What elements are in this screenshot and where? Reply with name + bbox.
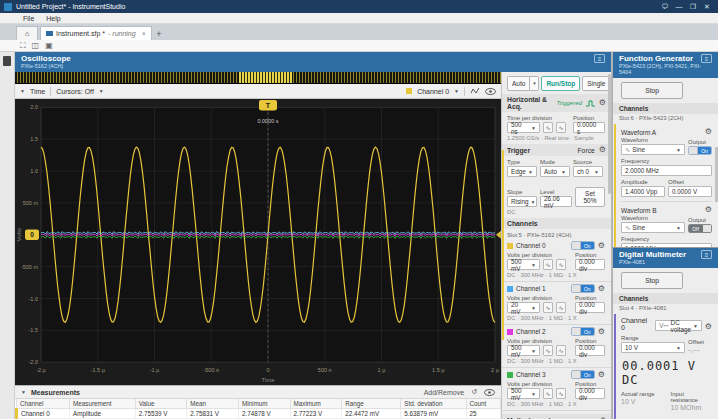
dmm-range-dropdown[interactable]: 10 V▼ <box>621 342 685 353</box>
scale-to-fit-icon[interactable] <box>470 87 480 95</box>
feedback-icon[interactable]: 🗩 <box>658 3 672 10</box>
dmm-gear-icon[interactable]: ⚙ <box>705 323 712 331</box>
vpd-dropdown[interactable]: 20 mV▼ <box>507 302 540 313</box>
channel-gear-icon[interactable]: ⚙ <box>598 285 605 293</box>
dmm-menu-icon[interactable]: ≡ <box>701 250 712 259</box>
collapse-chevron-icon[interactable]: ▼ <box>20 88 25 94</box>
channel-position-field[interactable]: 0.000 div <box>575 302 605 313</box>
scale-up-icon[interactable]: ∿ <box>556 259 566 270</box>
output-toggle[interactable]: Off <box>688 224 712 233</box>
scale-down-icon[interactable]: ∿ <box>543 345 553 356</box>
graph-channel-dropdown[interactable]: Channel 0 <box>417 88 449 95</box>
measurements-column-header[interactable]: Count <box>466 399 500 409</box>
tab-home[interactable]: ⌂ <box>16 26 38 40</box>
table-row[interactable]: Channel 0Amplitude2.75539 V2.75831 V2.74… <box>17 409 501 419</box>
channel-on-toggle[interactable]: On <box>571 370 595 379</box>
measurements-column-header[interactable]: Channel <box>17 399 70 409</box>
scale-down-icon[interactable]: ∿ <box>543 259 553 270</box>
acquisition-preview-ruler[interactable] <box>15 72 501 84</box>
auto-button[interactable]: Auto <box>507 76 530 91</box>
run-stop-button[interactable]: Run/Stop <box>541 76 580 91</box>
channel-position-field[interactable]: 0.000 div <box>575 259 605 270</box>
frequency-field[interactable]: 2.0000 MHz <box>621 165 712 176</box>
fullscreen-icon[interactable]: ⛶ <box>20 42 26 50</box>
channel-caret-icon[interactable]: ▼ <box>454 88 459 94</box>
waveform-gear-icon[interactable]: ⚙ <box>705 128 712 136</box>
channel-caption: DC · 300 MHz · 1 MΩ · 1 X <box>507 315 605 321</box>
minimize-button[interactable]: — <box>672 3 686 10</box>
level-field[interactable]: 26.06 mV <box>540 196 572 207</box>
output-toggle[interactable]: On <box>688 146 712 155</box>
measurements-column-header[interactable]: Measurement <box>70 399 136 409</box>
slope-dropdown[interactable]: Rising▼ <box>507 196 537 207</box>
fgen-menu-icon[interactable]: ≡ <box>701 54 712 63</box>
scale-up-icon[interactable]: ∿ <box>556 345 566 356</box>
add-remove-button[interactable]: Add/Remove <box>424 389 464 396</box>
trigger-source-dropdown[interactable]: ch 0▼ <box>573 166 603 177</box>
trigger-type-dropdown[interactable]: Edge▼ <box>507 166 537 177</box>
auto-setup-split-button[interactable]: Auto ▼ <box>507 76 539 91</box>
layout-grid-icon[interactable]: ▣ <box>45 42 53 50</box>
new-tab-button[interactable]: + <box>152 27 166 40</box>
measurements-column-header[interactable]: Std. deviation <box>401 399 466 409</box>
cursors-caret-icon[interactable]: ▼ <box>99 88 104 94</box>
layout-split-icon[interactable]: ◫ <box>32 42 40 50</box>
trigger-gear-icon[interactable]: ⚙ <box>599 146 606 154</box>
measurements-column-header[interactable]: Mean <box>187 399 239 409</box>
vpd-dropdown[interactable]: 500 mV▼ <box>507 259 540 270</box>
scale-down-icon[interactable]: ∿ <box>543 302 553 313</box>
zoom-out-wave-icon[interactable]: ∿ <box>543 122 553 133</box>
channel-gear-icon[interactable]: ⚙ <box>598 242 605 250</box>
view-mode-label[interactable]: Time <box>30 88 45 95</box>
dmm-stop-button[interactable]: Stop <box>621 272 683 289</box>
close-button[interactable]: ✕ <box>700 3 714 11</box>
measurements-column-header[interactable]: Maximum <box>290 399 342 409</box>
tab-close-icon[interactable]: × <box>142 30 146 37</box>
channel-position-field[interactable]: 0.000 div <box>575 345 605 356</box>
waveform-gear-icon[interactable]: ⚙ <box>705 206 712 214</box>
amplitude-field[interactable]: 1.4000 Vpp <box>621 186 665 197</box>
trigger-mode-dropdown[interactable]: Auto▼ <box>540 166 570 177</box>
scale-up-icon[interactable]: ∿ <box>556 388 566 399</box>
channel-position-field[interactable]: 0.000 div <box>575 388 605 399</box>
settings-scrollbar[interactable] <box>608 74 611 194</box>
channel-on-toggle[interactable]: On <box>571 241 595 250</box>
auto-caret-icon[interactable]: ▼ <box>530 76 539 91</box>
channel-on-toggle[interactable]: On <box>571 284 595 293</box>
waveform-graph[interactable]: -2 µ-1.5 µ-1 µ-500 n0500 n1 µ1.5 µ2 µ2.0… <box>15 99 501 385</box>
vpd-dropdown[interactable]: 500 mV▼ <box>507 345 540 356</box>
waveform-type-dropdown[interactable]: ∿Sine▼ <box>621 144 685 155</box>
channel-gear-icon[interactable]: ⚙ <box>598 371 605 379</box>
menu-help[interactable]: Help <box>41 15 65 22</box>
single-button[interactable]: Single <box>582 76 610 91</box>
measurements-column-header[interactable]: Value <box>135 399 187 409</box>
waveform-type-dropdown[interactable]: ∿Sine▼ <box>621 222 685 233</box>
channel-gear-icon[interactable]: ⚙ <box>598 328 605 336</box>
cursors-dropdown[interactable]: Cursors: Off <box>56 88 94 95</box>
acquisition-window-highlight[interactable] <box>239 72 292 83</box>
tpd-dropdown[interactable]: 500 ns▼ <box>507 122 540 133</box>
scale-down-icon[interactable]: ∿ <box>543 388 553 399</box>
project-files-icon[interactable] <box>3 56 11 66</box>
visibility-eye-icon[interactable] <box>485 88 496 95</box>
tab-instrument[interactable]: Instrument.sfp * - running × <box>40 26 152 40</box>
offset-field[interactable]: 0.0000 V <box>668 186 712 197</box>
dmm-mode-dropdown[interactable]: V⎓DC voltage▼ <box>655 320 701 331</box>
force-trigger-button[interactable]: Force <box>577 147 594 154</box>
measurements-column-header[interactable]: Range <box>342 399 401 409</box>
zoom-in-wave-icon[interactable]: ∿ <box>556 122 566 133</box>
channel-on-toggle[interactable]: On <box>571 327 595 336</box>
horizontal-gear-icon[interactable]: ⚙ <box>599 99 606 107</box>
vpd-dropdown[interactable]: 500 mV▼ <box>507 388 540 399</box>
h-position-field[interactable]: 0.0000 s <box>573 122 605 133</box>
fgen-stop-button[interactable]: Stop <box>621 82 683 99</box>
menu-file[interactable]: File <box>18 15 39 22</box>
panel-menu-icon[interactable]: ≡ <box>594 54 605 63</box>
set-50-button[interactable]: Set 50% <box>575 187 605 207</box>
measurements-collapse-icon[interactable]: ▼ <box>21 389 26 395</box>
reset-statistics-icon[interactable]: ↺ <box>471 388 477 396</box>
scale-up-icon[interactable]: ∿ <box>556 302 566 313</box>
measurements-eye-icon[interactable] <box>484 389 495 396</box>
maximize-button[interactable]: ❐ <box>686 3 700 11</box>
measurements-column-header[interactable]: Minimum <box>238 399 290 409</box>
